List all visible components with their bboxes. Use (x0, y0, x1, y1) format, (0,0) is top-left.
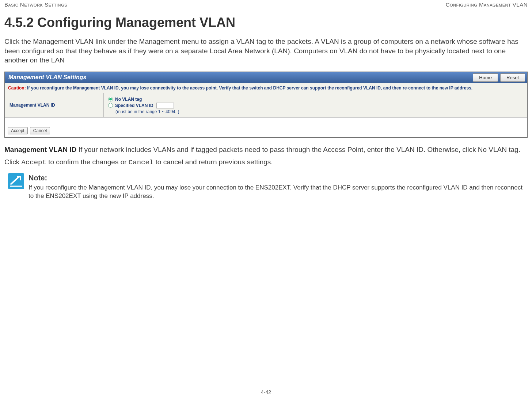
radio-specified-vlan[interactable]: Specified VLAN ID (108, 103, 522, 108)
cancel-button[interactable]: Cancel (30, 127, 50, 134)
panel-title: Management VLAN Settings (8, 74, 86, 80)
note-label: Note: (28, 173, 528, 183)
reset-button[interactable]: Reset (500, 73, 525, 82)
panel-titlebar: Management VLAN Settings Home Reset (5, 72, 527, 83)
home-button[interactable]: Home (473, 73, 498, 82)
action-description: Click Accept to confirm the changes or C… (4, 158, 528, 167)
section-title: Configuring Management VLAN (37, 15, 235, 30)
radio-icon (108, 103, 113, 108)
running-head-right: Configuring Management VLAN (446, 1, 528, 8)
accept-literal: Accept (21, 158, 46, 167)
field-description: Management VLAN ID If your network inclu… (4, 145, 528, 154)
radio-label-specified: Specified VLAN ID (115, 103, 153, 108)
vlan-id-label: Management VLAN ID (5, 93, 104, 117)
note-icon (8, 173, 24, 189)
cancel-literal: Cancel (129, 158, 153, 167)
action-mid: to confirm the changes or (46, 158, 129, 166)
radio-label-no-tag: No VLAN tag (115, 97, 142, 102)
field-name: Management VLAN ID (4, 146, 76, 153)
radio-no-vlan-tag[interactable]: No VLAN tag (108, 97, 522, 102)
intro-paragraph: Click the Management VLAN link under the… (4, 37, 528, 65)
action-post: to cancel and return previous settings. (153, 158, 273, 166)
note-block: Note: If you reconfigure the Management … (8, 173, 528, 200)
vlan-range-hint: (must be in the range 1 ~ 4094. ) (115, 109, 522, 114)
section-number: 4.5.2 (4, 15, 34, 30)
field-text: If your network includes VLANs and if ta… (76, 146, 520, 153)
action-pre: Click (4, 158, 21, 166)
radio-icon (108, 97, 113, 102)
accept-button[interactable]: Accept (8, 127, 28, 134)
caution-label: Caution: (8, 85, 26, 91)
embedded-screenshot: Management VLAN Settings Home Reset Caut… (4, 72, 528, 138)
caution-text: If you reconfigure the Management VLAN I… (27, 85, 472, 91)
section-heading: 4.5.2 Configuring Management VLAN (4, 15, 528, 30)
running-head-left: Basic Network Settings (4, 1, 67, 8)
vlan-id-row: Management VLAN ID No VLAN tag Specified… (5, 93, 527, 117)
vlan-id-input[interactable] (156, 103, 174, 108)
caution-row: Caution: If you reconfigure the Manageme… (5, 83, 527, 93)
note-text: If you reconfigure the Management VLAN I… (28, 184, 522, 199)
